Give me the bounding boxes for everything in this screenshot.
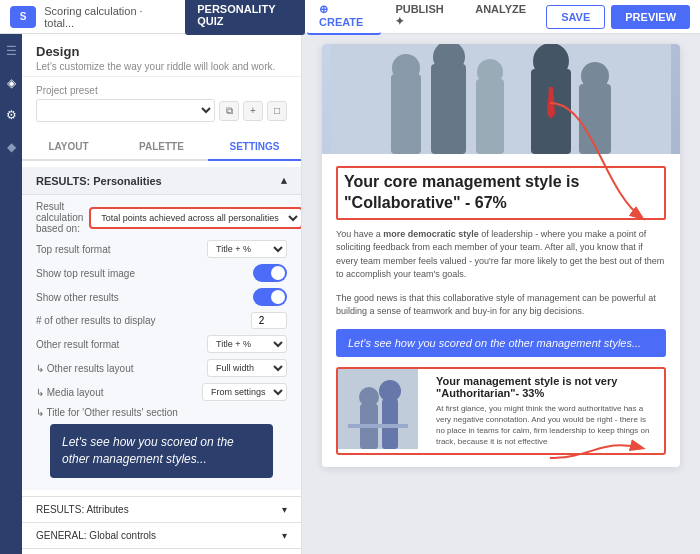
- results-attributes-chevron: ▾: [282, 504, 287, 515]
- top-result-format-label: Top result format: [36, 244, 201, 255]
- preview-card: Your core management style is "Collabora…: [322, 44, 680, 467]
- show-top-result-image-toggle[interactable]: [253, 264, 287, 282]
- branding-footer-section[interactable]: BRANDING & FOOTER: Add your logo, ads, o…: [22, 548, 301, 554]
- left-panel: Design Let's customize the way your ridd…: [22, 34, 302, 554]
- preview-button[interactable]: PREVIEW: [611, 5, 690, 29]
- panel-title: Design: [36, 44, 287, 59]
- num-other-results-control: 2: [251, 312, 287, 329]
- show-top-result-image-label: Show top result image: [36, 268, 247, 279]
- other-result-format-select[interactable]: Title + %: [207, 335, 287, 353]
- general-controls-chevron: ▾: [282, 530, 287, 541]
- other-results-layout-label: ↳ Other results layout: [36, 363, 201, 374]
- results-attributes-label: RESULTS: Attributes: [36, 504, 129, 515]
- title-other-results-row: ↳ Title for 'Other results' section: [36, 407, 287, 418]
- result-title: Your core management style is "Collabora…: [336, 166, 666, 220]
- result-description: You have a more democratic style of lead…: [336, 228, 666, 282]
- project-preset-row: ⧉ + □: [36, 99, 287, 122]
- media-layout-select[interactable]: From settings: [202, 383, 287, 401]
- second-result-image: [338, 369, 418, 449]
- other-results-layout-select[interactable]: Full width: [207, 359, 287, 377]
- media-layout-label: ↳ Media layout: [36, 387, 196, 398]
- svg-point-8: [533, 44, 569, 79]
- tab-analyze[interactable]: ANALYZE: [463, 0, 538, 35]
- media-layout-control: From settings: [202, 383, 287, 401]
- general-controls-label: GENERAL: Global controls: [36, 530, 156, 541]
- sidebar-diamond-icon[interactable]: ◆: [2, 138, 20, 156]
- top-result-format-row: Top result format Title + %: [36, 240, 287, 258]
- other-results-layout-row: ↳ Other results layout Full width: [36, 359, 287, 377]
- results-section-header[interactable]: RESULTS: Personalities ▴: [22, 167, 301, 195]
- title-other-results-label: ↳ Title for 'Other results' section: [36, 407, 287, 418]
- show-other-results-row: Show other results: [36, 288, 287, 306]
- save-button[interactable]: SAVE: [546, 5, 605, 29]
- app-logo: S: [10, 6, 36, 28]
- top-result-format-control: Title + %: [207, 240, 287, 258]
- svg-rect-5: [476, 79, 504, 154]
- result-calc-select[interactable]: Total points achieved across all persona…: [89, 207, 302, 229]
- results-section-chevron: ▴: [281, 174, 287, 187]
- tab-publish[interactable]: PUBLISH ✦: [383, 0, 461, 35]
- tab-personality-quiz[interactable]: PERSONALITY QUIZ: [185, 0, 305, 35]
- svg-point-15: [379, 380, 401, 402]
- second-result-body: Your management style is not very "Autho…: [428, 369, 664, 454]
- svg-point-10: [581, 62, 609, 90]
- result-calc-label: Result calculation based on:: [36, 201, 83, 234]
- top-result-format-select[interactable]: Title + %: [207, 240, 287, 258]
- result-desc-bold: more democratic style: [383, 229, 479, 239]
- sidebar-menu-icon[interactable]: ☰: [2, 42, 20, 60]
- show-other-results-toggle[interactable]: [253, 288, 287, 306]
- project-preset-label: Project preset: [36, 85, 287, 96]
- svg-point-2: [392, 54, 420, 82]
- other-result-format-label: Other result format: [36, 339, 201, 350]
- show-top-result-image-row: Show top result image: [36, 264, 287, 282]
- results-attributes-section[interactable]: RESULTS: Attributes ▾: [22, 496, 301, 522]
- preset-icon1[interactable]: ⧉: [219, 101, 239, 121]
- result-desc-part1: You have a: [336, 229, 383, 239]
- num-other-results-label: # of other results to display: [36, 315, 245, 326]
- icon-sidebar: ☰ ◈ ⚙ ◆: [0, 34, 22, 554]
- nav-tabs: PERSONALITY QUIZ ⊕ CREATE PUBLISH ✦ ANAL…: [185, 0, 538, 35]
- svg-point-6: [477, 59, 503, 85]
- result-calc-control: Total points achieved across all persona…: [89, 207, 302, 229]
- results-personalities-section: RESULTS: Personalities ▴ Result calculat…: [22, 167, 301, 490]
- tab-create[interactable]: ⊕ CREATE: [307, 0, 381, 35]
- breadcrumb: Scoring calculation · total...: [44, 5, 167, 29]
- svg-point-13: [359, 387, 379, 407]
- results-section-title: RESULTS: Personalities: [36, 175, 162, 187]
- right-panel: Your core management style is "Collabora…: [302, 34, 700, 554]
- panel-header: Design Let's customize the way your ridd…: [22, 34, 301, 77]
- main-layout: ☰ ◈ ⚙ ◆ Design Let's customize the way y…: [0, 0, 700, 554]
- other-results-banner: Let's see how you scored on the other ma…: [336, 329, 666, 357]
- other-result-format-row: Other result format Title + %: [36, 335, 287, 353]
- num-other-results-input[interactable]: 2: [251, 312, 287, 329]
- second-result-card: Your management style is not very "Autho…: [336, 367, 666, 456]
- tab-palette[interactable]: PALETTE: [115, 134, 208, 161]
- preview-hero-image: [322, 44, 680, 154]
- svg-rect-3: [431, 64, 466, 154]
- other-results-preview-text: Let's see how you scored on the other ma…: [50, 424, 273, 478]
- sidebar-gear-icon[interactable]: ⚙: [2, 106, 20, 124]
- project-preset-select[interactable]: [36, 99, 215, 122]
- other-results-layout-control: Full width: [207, 359, 287, 377]
- general-controls-section[interactable]: GENERAL: Global controls ▾: [22, 522, 301, 548]
- preview-body: Your core management style is "Collabora…: [322, 154, 680, 467]
- results-section-body: Result calculation based on: Total point…: [22, 195, 301, 490]
- result-calc-row: Result calculation based on: Total point…: [36, 201, 287, 234]
- second-result-desc: At first glance, you might think the wor…: [436, 403, 656, 448]
- other-result-format-control: Title + %: [207, 335, 287, 353]
- tab-settings[interactable]: SETTINGS: [208, 134, 301, 161]
- project-preset-section: Project preset ⧉ + □: [22, 77, 301, 130]
- result-description2: The good news is that this collaborative…: [336, 292, 666, 319]
- top-nav: S Scoring calculation · total... PERSONA…: [0, 0, 700, 34]
- sidebar-palette-icon[interactable]: ◈: [2, 74, 20, 92]
- media-layout-row: ↳ Media layout From settings: [36, 383, 287, 401]
- panel-subtitle: Let's customize the way your riddle will…: [36, 61, 287, 72]
- tab-layout[interactable]: LAYOUT: [22, 134, 115, 161]
- nav-actions: SAVE PREVIEW: [546, 5, 690, 29]
- preset-icon2[interactable]: +: [243, 101, 263, 121]
- svg-rect-1: [391, 74, 421, 154]
- settings-tabs-row: LAYOUT PALETTE SETTINGS: [22, 134, 301, 161]
- svg-rect-16: [348, 424, 408, 428]
- num-other-results-row: # of other results to display 2: [36, 312, 287, 329]
- preset-icon3[interactable]: □: [267, 101, 287, 121]
